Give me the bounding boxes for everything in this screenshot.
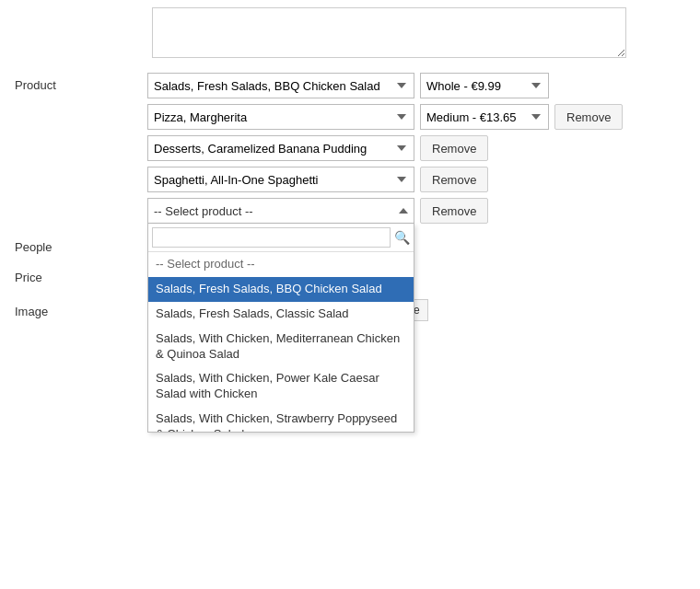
product-select-3[interactable]: Desserts, Caramelized Banana Pudding: [147, 135, 414, 161]
dropdown-trigger-text: -- Select product --: [154, 204, 253, 218]
product-row-4: Spaghetti, All-In-One Spaghetti Remove: [147, 167, 700, 192]
product-dropdown-container: -- Select product -- 🔍 -- Select product…: [147, 198, 414, 224]
product-dropdown-trigger[interactable]: -- Select product --: [147, 198, 414, 224]
dropdown-item-2[interactable]: Salads, Fresh Salads, Classic Salad: [148, 302, 414, 327]
product-row-5: -- Select product -- 🔍 -- Select product…: [147, 198, 700, 224]
dropdown-search-input[interactable]: [152, 227, 391, 248]
people-label: People: [0, 235, 147, 254]
dropdown-search-area: 🔍: [148, 224, 414, 252]
textarea-section: [152, 0, 548, 67]
product-select-1[interactable]: Salads, Fresh Salads, BBQ Chicken Salad: [147, 73, 414, 98]
dropdown-panel: 🔍 -- Select product -- Salads, Fresh Sal…: [147, 224, 414, 433]
size-select-2[interactable]: Medium - €13.65: [420, 104, 549, 130]
product-field-content: Salads, Fresh Salads, BBQ Chicken Salad …: [147, 73, 700, 224]
form-section: Product Salads, Fresh Salads, BBQ Chicke…: [0, 67, 700, 391]
page-container: Product Salads, Fresh Salads, BBQ Chicke…: [0, 0, 700, 589]
remove-button-4[interactable]: Remove: [420, 167, 488, 192]
product-field-row: Product Salads, Fresh Salads, BBQ Chicke…: [0, 67, 700, 229]
product-select-4[interactable]: Spaghetti, All-In-One Spaghetti: [147, 167, 414, 192]
remove-button-5[interactable]: Remove: [420, 198, 488, 224]
price-label: Price: [0, 265, 147, 284]
dropdown-item-4[interactable]: Salads, With Chicken, Power Kale Caesar …: [148, 366, 414, 407]
main-textarea[interactable]: [152, 7, 626, 58]
dropdown-item-1[interactable]: Salads, Fresh Salads, BBQ Chicken Salad: [148, 277, 414, 302]
dropdown-item-3[interactable]: Salads, With Chicken, Mediterranean Chic…: [148, 327, 414, 367]
product-row-2: Pizza, Margherita Medium - €13.65 Remove: [147, 104, 700, 130]
size-select-1[interactable]: Whole - €9.99: [420, 73, 549, 98]
image-label: Image: [0, 299, 147, 318]
dropdown-item-placeholder[interactable]: -- Select product --: [148, 252, 414, 277]
dropdown-item-5[interactable]: Salads, With Chicken, Strawberry Poppyse…: [148, 407, 414, 432]
dropdown-arrow-up-icon: [399, 208, 408, 214]
remove-button-2[interactable]: Remove: [554, 104, 623, 130]
product-row-1: Salads, Fresh Salads, BBQ Chicken Salad …: [147, 73, 700, 98]
remove-button-3[interactable]: Remove: [420, 135, 488, 161]
product-select-2[interactable]: Pizza, Margherita: [147, 104, 414, 130]
product-row-3: Desserts, Caramelized Banana Pudding Rem…: [147, 135, 700, 161]
search-icon: 🔍: [394, 230, 410, 245]
dropdown-list[interactable]: -- Select product -- Salads, Fresh Salad…: [148, 252, 414, 432]
product-label: Product: [0, 73, 147, 92]
